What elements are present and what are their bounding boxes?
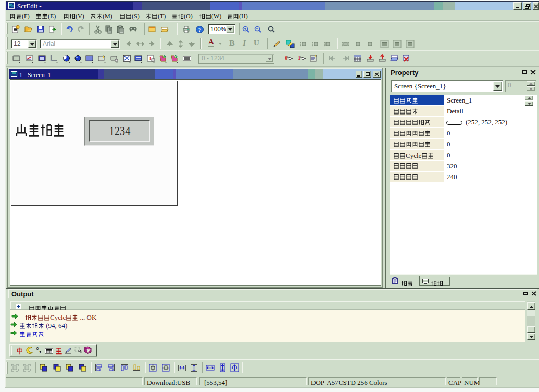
svg-text:!: !	[149, 56, 151, 61]
svg-text:?: ?	[198, 27, 202, 33]
svg-text:0: 0	[285, 55, 288, 61]
svg-text:1: 1	[298, 55, 301, 61]
svg-text:?: ?	[86, 348, 89, 353]
